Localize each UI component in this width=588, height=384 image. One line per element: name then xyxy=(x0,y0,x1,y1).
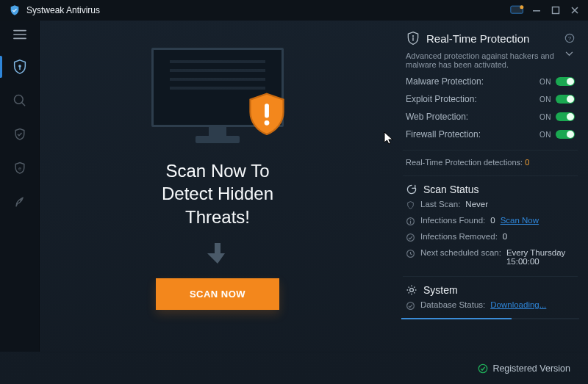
sidebar-item-home[interactable] xyxy=(0,50,39,84)
arrow-down-icon xyxy=(207,242,228,265)
gear-icon xyxy=(406,284,417,296)
svg-rect-3 xyxy=(553,7,559,14)
minimize-button[interactable] xyxy=(529,3,544,18)
footer: Registered Version xyxy=(40,352,588,384)
database-status-value[interactable]: Downloading... xyxy=(490,300,546,309)
rtp-detections: Real-Time Protection detections: 0 xyxy=(406,158,575,167)
help-icon[interactable]: ? xyxy=(564,33,575,43)
toggle-firewall[interactable]: ON xyxy=(539,130,575,139)
svg-point-17 xyxy=(410,219,412,220)
sidebar-item-quarantine[interactable]: e xyxy=(0,151,39,185)
rtp-label: Malware Protection: xyxy=(406,76,484,87)
rtp-heading: Real-Time Protection ? xyxy=(406,31,575,46)
infections-found-row: Infections Found: 0 Scan Now xyxy=(406,216,575,226)
rtp-row-web: Web Protection: ON xyxy=(406,112,575,122)
svg-point-21 xyxy=(407,303,415,310)
rtp-toggle-list: Malware Protection: ON Exploit Protectio… xyxy=(406,76,575,140)
detections-count: 0 xyxy=(525,158,529,167)
rtp-title-text: Real-Time Protection xyxy=(426,32,529,45)
svg-text:e: e xyxy=(18,165,21,172)
svg-point-18 xyxy=(407,234,415,242)
svg-point-4 xyxy=(18,65,21,68)
registered-version-label: Registered Version xyxy=(492,363,570,374)
system-heading: System xyxy=(406,284,575,296)
headline-text: Scan Now To Detect Hidden Threats! xyxy=(162,159,273,228)
brand: Systweak Antivirus xyxy=(9,4,100,16)
toggle-web[interactable]: ON xyxy=(539,112,575,121)
sidebar-item-scan[interactable] xyxy=(0,84,39,117)
next-scan-row: Next scheduled scan: Every Thursday 15:0… xyxy=(406,248,575,266)
toggle-malware[interactable]: ON xyxy=(539,77,575,86)
check-icon xyxy=(478,363,488,374)
notification-tray-icon[interactable] xyxy=(510,5,525,15)
scan-status-heading: Scan Status xyxy=(406,184,575,195)
clock-icon xyxy=(406,249,415,258)
svg-rect-2 xyxy=(533,10,540,12)
shield-alert-icon xyxy=(247,92,287,139)
chevron-down-icon[interactable] xyxy=(565,51,573,57)
svg-point-11 xyxy=(412,35,414,37)
rtp-row-malware: Malware Protection: ON xyxy=(406,76,575,87)
infections-removed-row: Infections Removed: 0 xyxy=(406,232,575,242)
toggle-exploit[interactable]: ON xyxy=(539,95,575,104)
svg-text:?: ? xyxy=(568,35,572,42)
check-circle-icon xyxy=(406,233,415,242)
rtp-row-exploit: Exploit Protection: ON xyxy=(406,94,575,104)
svg-rect-9 xyxy=(265,104,269,117)
svg-rect-5 xyxy=(19,67,20,70)
rtp-label: Web Protection: xyxy=(406,112,468,122)
refresh-icon xyxy=(406,184,417,195)
sidebar-item-tools[interactable] xyxy=(0,185,39,219)
menu-toggle-button[interactable] xyxy=(0,23,39,46)
check-circle-icon xyxy=(406,301,415,311)
titlebar: Systweak Antivirus xyxy=(0,0,588,21)
svg-point-1 xyxy=(520,5,523,9)
rtp-label: Firewall Protection: xyxy=(406,129,481,140)
svg-point-10 xyxy=(265,120,270,126)
svg-point-8 xyxy=(20,199,21,200)
app-logo-icon xyxy=(9,4,21,16)
scan-now-link[interactable]: Scan Now xyxy=(501,216,539,225)
app-title: Systweak Antivirus xyxy=(26,5,100,15)
mouse-cursor-icon xyxy=(384,131,394,145)
sidebar-item-protection[interactable] xyxy=(0,117,39,151)
svg-point-20 xyxy=(410,289,414,292)
svg-rect-16 xyxy=(410,221,411,224)
scan-now-button[interactable]: SCAN NOW xyxy=(156,278,279,310)
center-pane: Scan Now To Detect Hidden Threats! SCAN … xyxy=(40,21,395,352)
close-button[interactable] xyxy=(567,3,582,18)
shield-small-icon xyxy=(406,200,415,210)
sidebar: e xyxy=(0,21,40,352)
monitor-illustration xyxy=(151,48,284,143)
maximize-button[interactable] xyxy=(548,3,563,18)
download-progress-bar xyxy=(401,318,579,319)
right-panel: Real-Time Protection ? Advanced protecti… xyxy=(395,21,588,352)
rtp-message: Advanced protection against hackers and … xyxy=(406,51,559,69)
shield-info-icon xyxy=(406,31,420,46)
rtp-row-firewall: Firewall Protection: ON xyxy=(406,129,575,140)
rtp-label: Exploit Protection: xyxy=(406,94,477,104)
svg-rect-12 xyxy=(412,37,413,41)
database-status-row: Database Status: Downloading... xyxy=(406,300,575,311)
last-scan-row: Last Scan: Never xyxy=(406,200,575,210)
info-circle-icon xyxy=(406,217,415,226)
